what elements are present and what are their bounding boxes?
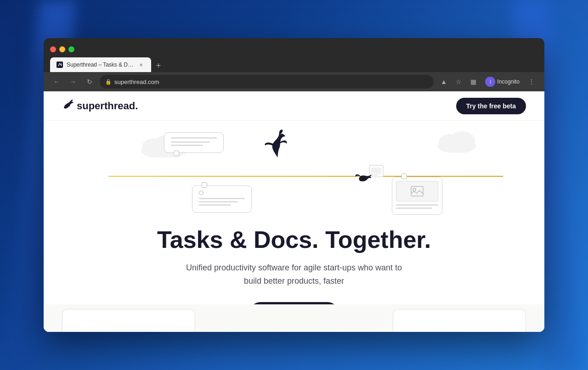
- task-card-2: [192, 185, 252, 213]
- bottom-card-right: [393, 309, 526, 332]
- hero-subtext: Unified productivity software for agile …: [186, 261, 402, 288]
- bottom-section-peek: [44, 304, 544, 332]
- lock-icon: 🔒: [105, 79, 112, 85]
- new-tab-button[interactable]: +: [152, 59, 165, 72]
- svg-rect-7: [411, 186, 423, 196]
- site-logo: superthread.: [62, 99, 138, 112]
- hero-heading: Tasks & Docs. Together.: [157, 226, 431, 254]
- hero-illustration: [62, 121, 526, 222]
- profile-label: Incognito: [497, 78, 520, 85]
- bookmark-icon[interactable]: ☆: [452, 75, 465, 88]
- svg-point-8: [413, 188, 416, 191]
- reload-button[interactable]: ↻: [83, 75, 96, 88]
- svg-rect-10: [371, 168, 381, 173]
- forward-button[interactable]: →: [67, 75, 79, 88]
- task-card-1: [164, 132, 224, 153]
- maximize-button[interactable]: [68, 46, 74, 52]
- browser-window: Superthread – Tasks & Docs. T ✕ + ← → ↻ …: [44, 38, 544, 332]
- bird-flying-icon: [261, 125, 294, 164]
- logo-bird-icon: [62, 99, 75, 112]
- timeline-line: [108, 176, 503, 177]
- tab-close-button[interactable]: ✕: [137, 61, 145, 68]
- back-button[interactable]: ←: [50, 75, 63, 88]
- browser-titlebar: [44, 38, 544, 56]
- avatar: I: [485, 77, 495, 87]
- profile-button[interactable]: I Incognito: [481, 75, 523, 88]
- cast-icon[interactable]: ▲: [437, 75, 450, 88]
- browser-toolbar: ← → ↻ 🔒 superthread.com ▲ ☆ ▦ I Incognit…: [44, 72, 544, 91]
- window-controls: [50, 46, 74, 52]
- address-bar[interactable]: 🔒 superthread.com: [100, 75, 434, 89]
- minimize-button[interactable]: [59, 46, 65, 52]
- browser-tabs: Superthread – Tasks & Docs. T ✕ +: [44, 57, 544, 72]
- page-content: superthread. Try the free beta: [44, 91, 544, 332]
- task-card-3: [392, 177, 442, 215]
- tab-title: Superthread – Tasks & Docs. T: [67, 62, 134, 68]
- cloud-right: [434, 128, 480, 155]
- close-button[interactable]: [50, 46, 56, 52]
- tab-favicon: [57, 62, 63, 68]
- site-navbar: superthread. Try the free beta: [44, 91, 544, 121]
- svg-point-6: [449, 131, 475, 150]
- sidebar-icon[interactable]: ▦: [467, 75, 480, 88]
- menu-icon[interactable]: ⋮: [525, 75, 538, 88]
- toolbar-actions: ▲ ☆ ▦ I Incognito ⋮: [437, 75, 538, 88]
- bottom-card-left: [62, 309, 195, 332]
- url-text: superthread.com: [114, 78, 159, 85]
- browser-chrome: Superthread – Tasks & Docs. T ✕ + ← → ↻ …: [44, 38, 544, 91]
- hero-section: Tasks & Docs. Together. Unified producti…: [44, 121, 544, 332]
- hummingbird-icon: [350, 163, 387, 192]
- logo-text: superthread.: [77, 100, 138, 112]
- nav-cta-button[interactable]: Try the free beta: [456, 98, 526, 114]
- active-tab[interactable]: Superthread – Tasks & Docs. T ✕: [50, 57, 151, 72]
